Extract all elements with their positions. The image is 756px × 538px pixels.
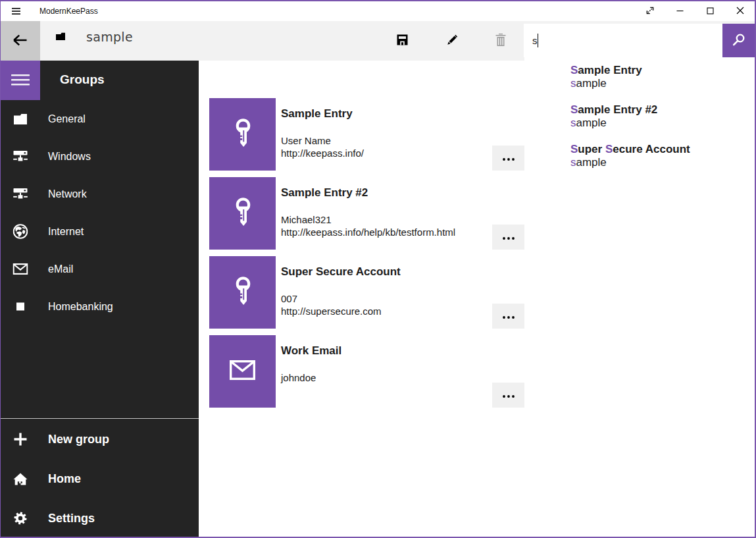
groups-heading: Groups [60,72,105,86]
entry-url: http://supersecure.com [281,305,382,317]
sidebar-group-network[interactable]: Network [1,175,199,213]
entry-details: User Namehttp://keepass.info/ [281,134,364,159]
pane-toggle-button[interactable] [1,61,40,100]
search-suggestion[interactable]: Super Secure Accountsample [570,143,748,169]
sidebar-footer-label: Home [48,472,81,486]
back-button[interactable] [1,21,40,61]
edit-icon [445,34,459,49]
entry-tile [209,335,276,408]
maximize-icon [707,7,714,16]
suggestion-title: Sample Entry [570,64,748,77]
minimize-button[interactable] [665,1,695,21]
sidebar-group-label: Windows [48,151,91,163]
maximize-button[interactable] [695,1,725,21]
save-icon [397,34,408,47]
sidebar-group-homebanking[interactable]: Homebanking [1,288,199,325]
entry-tile [209,177,276,250]
fullscreen-icon [646,7,654,16]
titlebar: ModernKeePass [1,1,755,21]
close-icon [736,7,744,16]
entry-title: Super Secure Account [281,265,401,279]
sidebar-group-internet[interactable]: Internet [1,213,199,250]
sidebar-group-windows[interactable]: Windows [1,138,199,175]
entry-more-button[interactable] [492,304,525,329]
suggestion-subtitle: sample [570,117,748,130]
sidebar-settings[interactable]: Settings [1,498,199,538]
network-drive-icon [13,150,28,163]
delete-button[interactable] [485,26,517,56]
suggestion-subtitle: sample [570,156,748,169]
square-icon [16,302,25,311]
entry-url: http://keepass.info/help/kb/testform.htm… [281,226,455,238]
sidebar-group-label: General [48,113,86,125]
more-icon [502,153,515,163]
entry-details: johndoe [281,371,316,384]
sidebar-group-email[interactable]: eMail [1,250,199,288]
entry-username: Michael321 [281,213,455,226]
sidebar-footer-label: New group [48,433,109,446]
key-icon [234,197,252,230]
home-icon [13,473,28,485]
entry-username: johndoe [281,371,316,384]
entry-url: http://keepass.info/ [281,147,364,159]
sidebar-group-general[interactable]: General [1,100,199,138]
mail-icon [13,263,28,275]
close-button[interactable] [725,1,755,21]
search-suggestion[interactable]: Sample Entrysample [570,64,748,90]
delete-icon [495,34,506,48]
network-drive-icon [13,188,28,200]
minimize-icon [676,7,684,16]
entry-title: Sample Entry #2 [281,186,368,200]
search-suggestions-flyout: Sample EntrysampleSample Entry #2sampleS… [524,57,755,537]
sidebar-new-group[interactable]: New group [1,419,199,459]
search-icon [732,33,745,49]
entry-more-button[interactable] [492,225,525,250]
search-input[interactable]: s [524,24,722,57]
search-button[interactable] [722,24,755,57]
entry-details: 007http://supersecure.com [281,292,382,317]
suggestion-subtitle: sample [570,77,748,90]
sidebar-home[interactable]: Home [1,459,199,498]
key-icon [234,276,252,309]
more-icon [502,232,515,242]
folder-icon [14,113,28,125]
search-query-text: s [532,35,538,46]
sidebar-group-label: eMail [48,263,73,275]
entry-more-button[interactable] [492,146,525,171]
sidebar-group-label: Internet [48,226,84,238]
folder-icon [56,31,65,43]
entry-tile [209,98,276,171]
sidebar: Groups GeneralWindowsNetworkInterneteMai… [1,61,199,537]
gear-icon [14,512,27,525]
back-arrow-icon [13,34,28,48]
hamburger-icon[interactable] [11,5,22,18]
fullscreen-button[interactable] [635,1,665,21]
save-button[interactable] [386,26,418,56]
search-suggestion[interactable]: Sample Entry #2sample [570,103,748,130]
sidebar-group-label: Homebanking [48,301,113,313]
sidebar-group-label: Network [48,188,87,200]
entry-username: 007 [281,292,382,305]
entry-username: User Name [281,134,364,147]
more-icon [502,311,515,321]
more-icon [502,390,515,400]
entry-details: Michael321http://keepass.info/help/kb/te… [281,213,455,238]
hamburger-icon [11,74,30,88]
text-caret [538,34,538,47]
mail-icon [230,360,255,383]
window-title: ModernKeePass [39,1,98,21]
edit-button[interactable] [436,26,468,56]
entry-more-button[interactable] [492,383,525,408]
entry-tile [209,256,276,329]
entry-title: Work Email [281,344,341,358]
group-title: sample [86,21,133,61]
suggestion-title: Super Secure Account [570,143,748,156]
key-icon [234,118,252,151]
sidebar-footer-label: Settings [48,512,95,525]
plus-icon [14,433,27,446]
pane-divider [1,418,199,419]
entry-title: Sample Entry [281,107,353,121]
suggestion-title: Sample Entry #2 [570,103,748,117]
globe-icon [13,224,28,239]
